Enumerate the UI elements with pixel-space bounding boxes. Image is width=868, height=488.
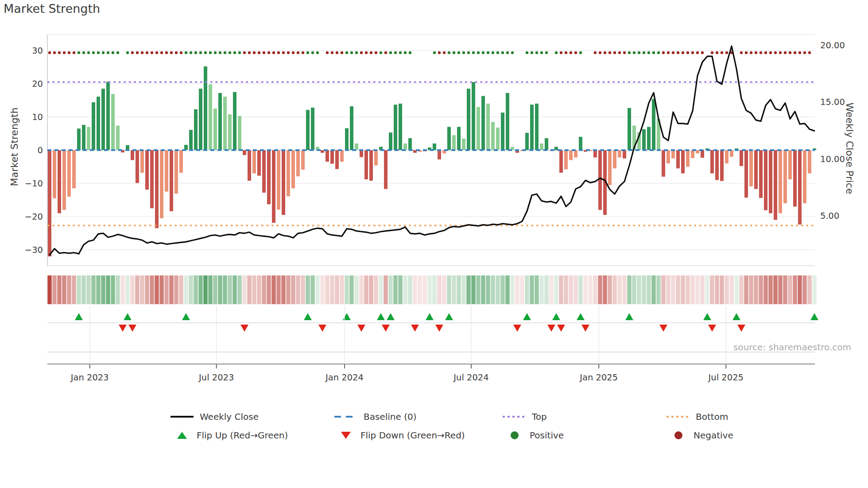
heatmap-cell <box>432 275 437 304</box>
negative-week-dot <box>384 51 387 54</box>
negative-week-dot <box>667 51 670 54</box>
positive-week-dot <box>477 51 480 54</box>
strength-bar <box>350 106 353 150</box>
negative-week-dot <box>263 51 265 54</box>
negative-week-dot <box>267 51 270 54</box>
positive-week-dot <box>462 51 465 54</box>
strength-bar <box>438 150 441 159</box>
negative-week-dot <box>141 51 143 54</box>
positive-week-dot <box>496 51 499 54</box>
positive-week-dot <box>467 51 470 54</box>
heatmap-cell <box>676 275 680 304</box>
heatmap-cell <box>802 275 807 304</box>
negative-week-dot <box>73 51 75 54</box>
negative-week-dot <box>438 51 441 54</box>
strength-bar <box>666 150 670 163</box>
negative-week-dot <box>764 51 767 54</box>
negative-week-dot <box>155 51 158 54</box>
negative-week-dot <box>331 51 333 54</box>
heatmap-cell <box>418 275 422 304</box>
strength-bar <box>491 122 495 150</box>
heatmap-cell <box>228 275 232 304</box>
heatmap-cell <box>812 275 817 304</box>
heatmap-cell <box>379 275 383 304</box>
heatmap-cell <box>252 275 256 304</box>
strength-bar <box>116 126 120 151</box>
heatmap-cell <box>91 275 96 304</box>
flip-up-marker <box>426 313 434 320</box>
flip-down-marker <box>581 325 589 332</box>
flip-down-marker <box>513 325 521 332</box>
heatmap-cell <box>174 275 178 304</box>
negative-week-dot <box>740 51 743 54</box>
strength-bar <box>194 109 198 150</box>
strength-bar <box>545 138 548 150</box>
strength-bar <box>101 89 105 150</box>
flip-up-marker <box>124 313 132 320</box>
negative-week-dot <box>326 51 329 54</box>
positive-week-dot <box>311 51 314 54</box>
positive-week-dot <box>638 51 640 54</box>
heatmap-cell <box>335 275 339 304</box>
strength-bar <box>691 150 694 158</box>
negative-week-dot <box>58 51 61 54</box>
positive-week-dot <box>492 51 494 54</box>
positive-week-dot <box>633 51 636 54</box>
heatmap-cell <box>647 275 651 304</box>
strength-bar <box>408 138 412 150</box>
strength-bar <box>676 150 680 168</box>
strength-bar <box>204 66 207 150</box>
heatmap-cell <box>656 275 661 304</box>
heatmap-cell <box>749 275 753 304</box>
negative-week-dot <box>151 51 153 54</box>
heatmap-cell <box>101 275 105 304</box>
positive-week-dot <box>78 51 80 54</box>
positive-week-dot <box>380 51 382 54</box>
heatmap-cell <box>349 275 354 304</box>
heatmap-cell <box>384 275 388 304</box>
heatmap-cell <box>505 275 510 304</box>
heatmap-cell <box>583 275 588 304</box>
positive-week-dot <box>535 51 538 54</box>
flip-down-marker <box>659 325 667 332</box>
source-credit: source: sharemaestro.com <box>733 342 851 352</box>
strength-bar <box>223 97 227 150</box>
positive-week-dot <box>506 51 509 54</box>
strength-bar <box>579 137 582 150</box>
strength-bar <box>803 150 806 203</box>
positive-week-dot <box>355 51 358 54</box>
strength-bar <box>759 150 763 198</box>
heatmap-cell <box>140 275 144 304</box>
top-dots-icon <box>503 416 526 418</box>
strength-bar <box>598 150 602 210</box>
positive-week-dot <box>579 51 582 54</box>
strength-bar <box>189 130 193 150</box>
heatmap-cell <box>715 275 719 304</box>
heatmap-cell <box>130 275 135 304</box>
heatmap-cell <box>535 275 539 304</box>
heatmap-cell <box>651 275 656 304</box>
strength-bar <box>788 150 792 179</box>
heatmap-cell <box>276 275 281 304</box>
heatmap-cell <box>145 275 149 304</box>
strength-bar <box>749 150 753 186</box>
negative-week-dot <box>341 51 343 54</box>
strength-bar <box>740 150 743 166</box>
flip-up-marker <box>445 313 453 320</box>
positive-dot-icon <box>511 431 519 439</box>
strength-bar <box>87 127 90 151</box>
flip-down-triangle-icon <box>341 432 351 439</box>
left-tick-label: 30 <box>32 46 43 56</box>
positive-week-dot <box>399 51 402 54</box>
strength-bar <box>452 135 456 150</box>
strength-bar <box>174 150 178 194</box>
negative-week-dot <box>677 51 679 54</box>
heatmap-cell <box>554 275 558 304</box>
heatmap-cell <box>223 275 227 304</box>
positive-week-dot <box>628 51 631 54</box>
positive-week-dot <box>190 51 192 54</box>
legend-label: Flip Up (Red→Green) <box>197 430 288 441</box>
heatmap-cell <box>340 275 344 304</box>
legend-item-flip-up: Flip Up (Red→Green) <box>174 429 288 442</box>
positive-week-dot <box>102 51 105 54</box>
